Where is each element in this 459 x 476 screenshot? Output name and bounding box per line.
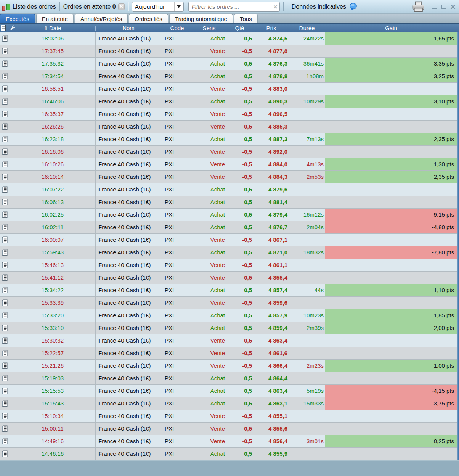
order-details-icon[interactable] [0,121,10,133]
table-row[interactable]: 16:06:13 France 40 Cash (1€) PXI Achat 0… [0,196,459,209]
order-details-icon[interactable] [0,360,10,372]
order-details-icon[interactable] [0,385,10,397]
table-row[interactable]: 15:41:12 France 40 Cash (1€) PXI Vente -… [0,272,459,284]
column-header-sens[interactable]: Sens [193,24,226,32]
order-details-icon[interactable] [0,334,10,347]
tab-trading-automatique[interactable]: Trading automatique [169,14,233,23]
column-header-nom[interactable]: Nom [95,24,162,32]
table-row[interactable]: 17:34:54 France 40 Cash (1€) PXI Achat 0… [0,70,459,83]
close-icon[interactable]: × [449,3,457,11]
order-details-icon[interactable] [0,209,10,221]
table-row[interactable]: 16:07:22 France 40 Cash (1€) PXI Achat 0… [0,183,459,196]
table-row[interactable]: 15:30:32 France 40 Cash (1€) PXI Vente -… [0,334,459,347]
order-details-icon[interactable] [0,372,10,384]
table-row[interactable]: 15:33:20 France 40 Cash (1€) PXI Achat 0… [0,309,459,322]
column-header-gain[interactable]: Gain [325,24,457,32]
order-details-icon[interactable] [0,397,10,410]
order-details-icon[interactable] [0,423,10,435]
table-row[interactable]: 15:22:57 France 40 Cash (1€) PXI Vente -… [0,347,459,360]
table-row[interactable]: 16:35:37 France 40 Cash (1€) PXI Vente -… [0,108,459,121]
order-details-icon[interactable] [0,171,10,183]
column-header-qte[interactable]: Qté [226,24,254,32]
chevron-down-icon[interactable] [174,2,183,11]
table-row[interactable]: 15:46:13 France 40 Cash (1€) PXI Vente -… [0,259,459,272]
wrench-icon[interactable] [10,25,16,31]
table-row[interactable]: 15:33:10 France 40 Cash (1€) PXI Achat 0… [0,322,459,334]
tab-ex-cut-s[interactable]: Exécutés [0,14,35,23]
order-details-icon[interactable] [0,297,10,309]
order-details-icon[interactable] [0,83,10,95]
column-header-prix[interactable]: Prix [254,24,289,32]
order-qty: 0,5 [226,70,254,82]
order-details-icon[interactable] [0,158,10,170]
order-details-icon[interactable] [0,45,10,57]
tab-en-attente[interactable]: En attente [36,14,74,23]
table-row[interactable]: 17:35:32 France 40 Cash (1€) PXI Achat 0… [0,58,459,70]
order-details-icon[interactable] [0,435,10,447]
order-details-icon[interactable] [0,108,10,120]
table-row[interactable]: 15:15:43 France 40 Cash (1€) PXI Achat 0… [0,397,459,410]
order-details-icon[interactable] [0,58,10,70]
filter-input[interactable] [189,3,272,10]
order-details-icon[interactable] [0,183,10,196]
order-details-icon[interactable] [0,32,10,45]
table-row[interactable]: 16:00:07 France 40 Cash (1€) PXI Vente -… [0,234,459,246]
order-details-icon[interactable] [0,347,10,359]
minimize-icon[interactable] [431,3,438,11]
order-details-icon[interactable] [0,146,10,158]
table-row[interactable]: 16:46:06 France 40 Cash (1€) PXI Achat 0… [0,95,459,108]
order-details-icon[interactable] [0,309,10,322]
table-row[interactable]: 15:34:22 France 40 Cash (1€) PXI Achat 0… [0,284,459,297]
column-header-date[interactable]: ⇧Date [10,24,95,32]
table-row[interactable]: 16:23:18 France 40 Cash (1€) PXI Achat 0… [0,133,459,146]
order-gain [325,234,457,246]
table-row[interactable]: 15:59:43 France 40 Cash (1€) PXI Achat 0… [0,246,459,259]
table-row[interactable]: 15:15:53 France 40 Cash (1€) PXI Achat 0… [0,385,459,397]
tab-ordres-li-s[interactable]: Ordres liés [129,14,168,23]
table-row[interactable]: 15:19:03 France 40 Cash (1€) PXI Achat 0… [0,372,459,385]
table-row[interactable]: 16:10:14 France 40 Cash (1€) PXI Vente -… [0,171,459,183]
order-details-icon[interactable] [0,259,10,271]
table-row[interactable]: 15:21:26 France 40 Cash (1€) PXI Vente -… [0,360,459,372]
order-details-icon[interactable] [0,246,10,259]
vertical-scrollbar[interactable] [457,32,459,460]
order-duration [289,121,325,133]
order-details-icon[interactable] [0,448,10,460]
order-details-icon[interactable] [0,234,10,246]
table-row[interactable]: 15:33:39 France 40 Cash (1€) PXI Vente -… [0,297,459,309]
table-row[interactable]: 16:02:25 France 40 Cash (1€) PXI Achat 0… [0,209,459,221]
table-row[interactable]: 14:46:16 France 40 Cash (1€) PXI Achat 0… [0,448,459,460]
order-details-icon[interactable] [0,221,10,233]
order-details-icon[interactable] [0,284,10,296]
table-row[interactable]: 17:37:45 France 40 Cash (1€) PXI Vente -… [0,45,459,58]
clear-icon[interactable]: ✕ [272,4,279,10]
speech-bubble-icon[interactable] [349,3,357,11]
period-select[interactable]: Aujourd'hui [132,2,184,12]
order-details-icon[interactable] [0,272,10,284]
close-icon[interactable]: ✕ [118,3,125,10]
table-row[interactable]: 15:10:34 France 40 Cash (1€) PXI Vente -… [0,410,459,423]
table-row[interactable]: 16:26:26 France 40 Cash (1€) PXI Vente -… [0,121,459,133]
table-row[interactable]: 16:58:51 France 40 Cash (1€) PXI Vente -… [0,83,459,95]
order-duration [289,272,325,284]
order-details-icon[interactable] [0,70,10,82]
tab-annul-s-rejet-s[interactable]: Annulés/Rejetés [75,14,128,23]
tab-tous[interactable]: Tous [234,14,258,23]
order-code: PXI [162,183,193,196]
printer-icon[interactable] [411,1,425,13]
maximize-icon[interactable] [440,3,448,11]
table-row[interactable]: 16:02:11 France 40 Cash (1€) PXI Achat 0… [0,221,459,234]
document-icon[interactable] [1,25,6,31]
order-details-icon[interactable] [0,133,10,145]
table-row[interactable]: 16:10:26 France 40 Cash (1€) PXI Vente -… [0,158,459,171]
column-header-duree[interactable]: Durée [289,24,325,32]
table-row[interactable]: 16:16:06 France 40 Cash (1€) PXI Vente -… [0,146,459,158]
column-header-code[interactable]: Code [162,24,193,32]
order-details-icon[interactable] [0,95,10,108]
table-row[interactable]: 14:49:16 France 40 Cash (1€) PXI Vente -… [0,435,459,448]
order-details-icon[interactable] [0,410,10,422]
order-details-icon[interactable] [0,322,10,334]
table-row[interactable]: 15:00:11 France 40 Cash (1€) PXI Vente -… [0,423,459,435]
order-details-icon[interactable] [0,196,10,208]
table-row[interactable]: 18:02:06 France 40 Cash (1€) PXI Achat 0… [0,32,459,45]
